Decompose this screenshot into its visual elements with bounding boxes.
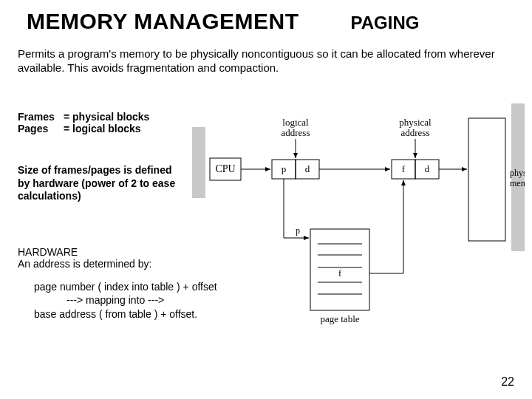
logical-p: p bbox=[282, 163, 287, 174]
phys-mem-label-1: physical bbox=[510, 168, 525, 178]
definitions-block: Frames = physical blocks Pages = logical… bbox=[18, 111, 180, 134]
pages-term: Pages bbox=[18, 123, 64, 134]
physical-addr-label: physicaladdress bbox=[399, 117, 432, 138]
frames-def: = physical blocks bbox=[64, 111, 149, 123]
hardware-subheading: An address is determined by: bbox=[18, 258, 180, 270]
size-note-text: Size of frames/pages is defined by hardw… bbox=[18, 164, 180, 203]
pagetable-f-entry: f bbox=[338, 268, 341, 279]
hardware-heading: HARDWARE bbox=[18, 246, 180, 258]
pages-def: = logical blocks bbox=[64, 123, 141, 134]
slide-number: 22 bbox=[501, 375, 514, 389]
logical-addr-label-1: logicaladdress bbox=[282, 117, 310, 138]
physical-d: d bbox=[425, 163, 430, 174]
page-table-label: page table bbox=[320, 313, 359, 324]
cpu-label: CPU bbox=[215, 163, 235, 174]
svg-rect-9 bbox=[468, 118, 505, 241]
physical-f: f bbox=[402, 163, 406, 174]
description-text: Permits a program's memory to be physica… bbox=[0, 40, 532, 75]
page-title: MEMORY MANAGEMENT bbox=[27, 9, 299, 34]
page-subtitle: PAGING bbox=[351, 13, 420, 33]
paging-diagram: CPU p d logicaladdress f d physicaladdre… bbox=[192, 96, 525, 347]
p-path-label: p bbox=[296, 225, 300, 236]
svg-rect-0 bbox=[192, 127, 205, 198]
frames-term: Frames bbox=[18, 111, 64, 123]
logical-d: d bbox=[305, 163, 310, 174]
phys-mem-label-2: memory bbox=[510, 178, 525, 188]
